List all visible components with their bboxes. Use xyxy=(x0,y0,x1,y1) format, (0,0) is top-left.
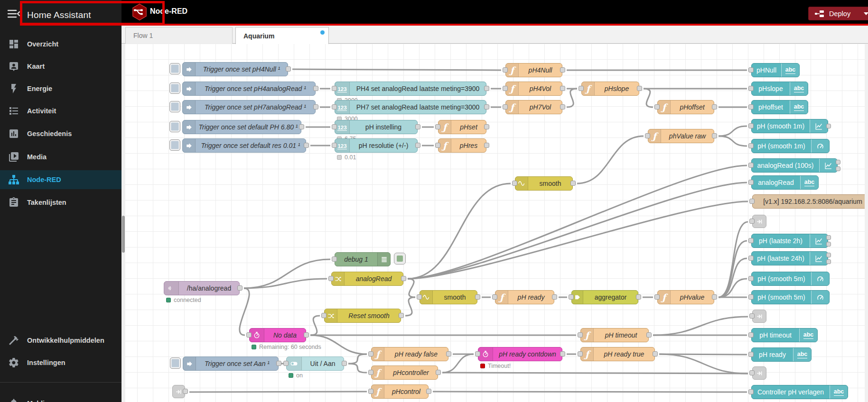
wire[interactable] xyxy=(442,373,748,374)
output-port[interactable] xyxy=(560,104,565,110)
output-port[interactable] xyxy=(836,166,840,171)
sidebar-item-meldingen[interactable]: Meldingen xyxy=(0,394,121,402)
output-port[interactable] xyxy=(276,361,281,366)
input-port[interactable] xyxy=(748,256,754,261)
wire[interactable] xyxy=(408,183,747,279)
chevron-down-icon[interactable] xyxy=(864,12,868,15)
input-port[interactable] xyxy=(332,86,337,91)
node-phvalue-raw[interactable]: ƒphValue raw xyxy=(648,129,714,143)
node-ph-smooth-5m[interactable]: pH (smooth 5m) xyxy=(751,290,830,304)
sidebar-item-instellingen[interactable]: Instellingen xyxy=(0,353,121,372)
node-v1-x-192-168-2-5-8086-aquarium[interactable]: [v1.x] 192.168.2.5:8086/aquarium xyxy=(752,194,868,209)
input-port[interactable] xyxy=(435,124,440,129)
node-ph4null[interactable]: ƒpH4Null xyxy=(505,63,562,77)
output-port[interactable] xyxy=(552,294,557,300)
node-ph-smooth-1m[interactable]: pH (smooth 1m) xyxy=(751,139,830,153)
node-reset-smooth[interactable]: Reset smooth xyxy=(324,309,401,323)
input-port[interactable] xyxy=(748,143,754,148)
output-port[interactable] xyxy=(426,389,431,394)
wire[interactable] xyxy=(408,279,415,297)
node-smooth[interactable]: smooth xyxy=(515,176,573,191)
input-port[interactable] xyxy=(332,104,337,110)
wire[interactable] xyxy=(659,354,748,374)
node-aggregator[interactable]: aggregator xyxy=(571,290,638,304)
output-port[interactable] xyxy=(237,285,243,291)
inject-button[interactable] xyxy=(169,101,180,112)
input-port[interactable] xyxy=(645,133,650,138)
input-port[interactable] xyxy=(332,256,337,262)
output-port[interactable] xyxy=(475,294,480,300)
sidebar-item-geschiedenis[interactable]: Geschiedenis xyxy=(0,124,121,143)
wire[interactable] xyxy=(719,126,747,136)
node-ph-timeout[interactable]: abcpH timeout xyxy=(751,328,818,342)
node-phres[interactable]: ƒpHres xyxy=(438,138,486,153)
wire[interactable] xyxy=(567,89,577,107)
node-ph-smooth-1m[interactable]: pH (smooth 1m) xyxy=(751,119,828,133)
node-phoffset[interactable]: abcpHoffset xyxy=(751,100,808,114)
output-port[interactable] xyxy=(826,253,831,257)
output-port[interactable] xyxy=(446,351,451,356)
wire[interactable] xyxy=(244,259,330,288)
node-ph-ready-true[interactable]: ƒpH ready true xyxy=(580,347,655,361)
output-port[interactable] xyxy=(826,259,831,264)
node-ph-ready-contdown[interactable]: pH ready contdown xyxy=(478,347,562,361)
output-port[interactable] xyxy=(637,86,642,91)
output-port[interactable] xyxy=(304,332,309,338)
input-port[interactable] xyxy=(569,294,574,300)
node-analogread[interactable]: analogRead xyxy=(331,272,403,286)
node-phslope[interactable]: ƒpHslope xyxy=(581,82,639,96)
input-port[interactable] xyxy=(749,219,755,224)
input-port[interactable] xyxy=(512,181,517,186)
node-ph-ready[interactable]: abcpH ready xyxy=(751,347,812,362)
wire[interactable] xyxy=(348,354,367,364)
wire[interactable] xyxy=(189,392,367,392)
node-debug-1[interactable]: debug 1 xyxy=(335,252,391,266)
output-port[interactable] xyxy=(712,294,717,300)
node-ph-resolutie[interactable]: 123pH resolutie (+/-) xyxy=(335,138,418,153)
node-trigger-once-set-aan[interactable]: Trigger once set Aan ¹ xyxy=(183,356,279,371)
output-port[interactable] xyxy=(484,143,489,148)
input-port[interactable] xyxy=(748,180,754,185)
node-ph-ready[interactable]: ƒpH ready xyxy=(495,290,554,304)
node-ph4-set-analogread-laatste-meting-3900[interactable]: 123PH4 set analogRead laatste meting=390… xyxy=(335,82,486,96)
node-ph-instelling[interactable]: 123pH instelling xyxy=(335,120,418,134)
input-port[interactable] xyxy=(503,104,508,110)
input-port[interactable] xyxy=(748,86,754,91)
node-phslope[interactable]: abcpHslope xyxy=(751,82,808,96)
output-port[interactable] xyxy=(646,332,652,338)
node-trigger-once-set-ph7analogread[interactable]: Trigger once set pH7analogRead ¹ xyxy=(182,100,316,114)
node-ha-analogread[interactable]: /ha/analogread xyxy=(164,281,240,295)
debug-toggle-button[interactable] xyxy=(394,253,406,265)
input-port[interactable] xyxy=(503,86,508,91)
node-phcontroller[interactable]: ƒpHcontroller xyxy=(371,365,438,380)
node-analogread[interactable]: abcanalogRead xyxy=(751,175,819,190)
sidebar-item-overzicht[interactable]: Overzicht xyxy=(0,35,121,54)
node-ph7-set-analogread-laatste-meting-3000[interactable]: 123PH7 set analogRead laatste meting=300… xyxy=(335,100,486,114)
output-port[interactable] xyxy=(484,104,489,110)
input-port[interactable] xyxy=(328,276,334,281)
wire[interactable] xyxy=(408,183,511,279)
node-ph-ready-false[interactable]: ƒpH ready false xyxy=(371,347,448,361)
flow-tab-flow-1[interactable]: Flow 1 xyxy=(125,27,233,44)
inject-button[interactable] xyxy=(170,357,181,369)
menu-toggle-icon[interactable] xyxy=(7,8,21,19)
output-port[interactable] xyxy=(712,133,717,138)
node-trigger-once-set-ph4null[interactable]: Trigger once set pH4Null ¹ xyxy=(182,62,288,76)
output-port[interactable] xyxy=(636,294,641,300)
input-port[interactable] xyxy=(749,313,755,319)
node-phcontrol[interactable]: ƒpHcontrol xyxy=(371,384,429,399)
input-port[interactable] xyxy=(578,332,583,338)
input-port[interactable] xyxy=(654,294,660,300)
input-port[interactable] xyxy=(578,351,583,356)
output-port[interactable] xyxy=(560,351,565,356)
node-ph-laatste-2h[interactable]: pH (laatste 2h) xyxy=(751,234,828,248)
output-port[interactable] xyxy=(560,67,565,73)
node-analogread-100s[interactable]: analogRead (100s) xyxy=(751,158,838,173)
sidebar-item-ontwikkelhulpmiddelen[interactable]: Ontwikkelhulpmiddelen xyxy=(0,331,121,350)
node-uit-aan[interactable]: Uit / Aan xyxy=(286,356,344,371)
output-port[interactable] xyxy=(653,351,658,356)
input-port[interactable] xyxy=(246,332,252,338)
output-port[interactable] xyxy=(712,104,717,110)
output-port[interactable] xyxy=(826,235,831,240)
sidebar-item-activiteit[interactable]: Activiteit xyxy=(0,101,121,120)
